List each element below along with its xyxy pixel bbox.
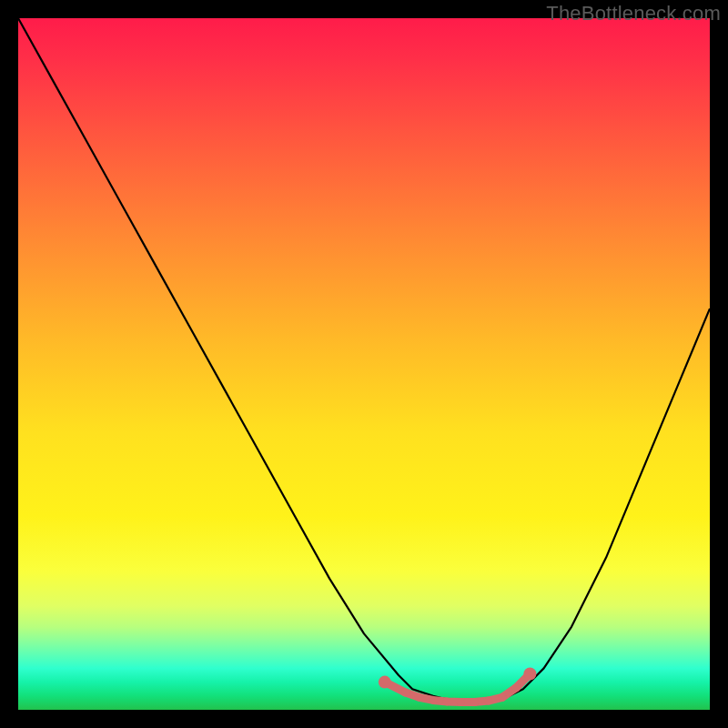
trough-dot bbox=[512, 683, 521, 692]
trough-dot bbox=[415, 693, 423, 702]
trough-dot bbox=[430, 696, 438, 704]
trough-dot bbox=[457, 698, 465, 706]
watermark-text: TheBottleneck.com bbox=[546, 2, 721, 25]
plot-area bbox=[18, 18, 710, 710]
bottleneck-svg bbox=[18, 18, 710, 710]
trough-dot bbox=[443, 697, 451, 705]
chart-frame: TheBottleneck.com bbox=[0, 0, 728, 728]
trough-dot bbox=[484, 697, 492, 705]
bottleneck-curve bbox=[18, 18, 710, 702]
trough-dot bbox=[499, 693, 507, 702]
trough-dot bbox=[379, 676, 391, 689]
trough-dot bbox=[401, 689, 410, 697]
trough-highlight bbox=[385, 674, 531, 703]
trough-dot bbox=[470, 698, 479, 706]
trough-dot bbox=[523, 668, 536, 681]
